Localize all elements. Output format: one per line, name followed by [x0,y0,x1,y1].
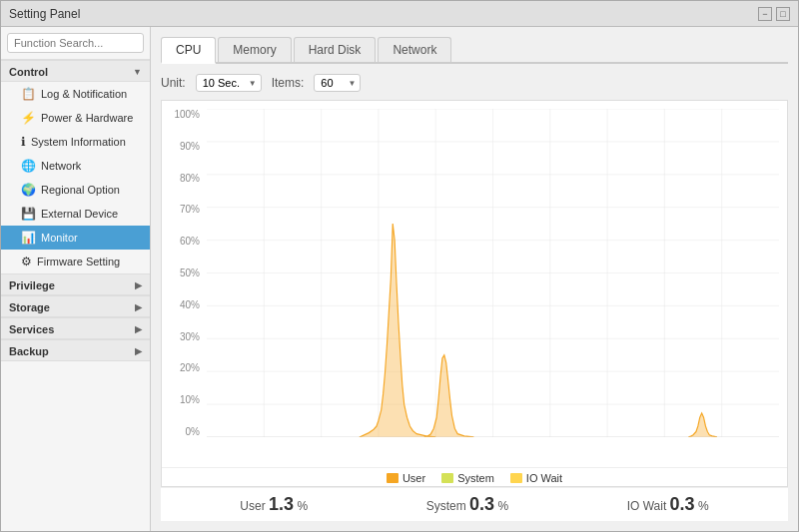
user-stat-label: User [240,499,265,513]
user-stat-value: 1.3 [269,494,294,514]
search-box [1,27,150,60]
tabs-bar: CPUMemoryHard DiskNetwork [161,37,788,64]
legend-io-wait: IO Wait [510,472,562,484]
y-axis-label: 70% [180,204,200,215]
unit-label: Unit: [161,76,186,90]
sidebar-item-external-device[interactable]: 💾External Device [1,202,150,226]
tab-network[interactable]: Network [378,37,451,62]
regional-option-icon: 🌍 [21,183,36,197]
io-wait-stat-label: IO Wait [627,499,667,513]
chart-inner: 100%90%80%70%60%50%40%30%20%10%0% [162,101,787,467]
sidebar-section-privilege[interactable]: Privilege▶ [1,273,150,295]
main-layout: Control▼📋Log & Notification⚡Power & Hard… [1,27,798,531]
minimize-button[interactable]: − [758,7,772,21]
system-stat-label: System [426,499,466,513]
user-stat: User 1.3 % [240,494,308,515]
sidebar-item-system-information[interactable]: ℹSystem Information [1,130,150,154]
legend-color-user [387,473,399,483]
search-input[interactable] [7,33,144,53]
y-axis-label: 50% [180,267,200,278]
maximize-button[interactable]: □ [776,7,790,21]
io-wait-stat-value: 0.3 [670,494,695,514]
io-wait-stat-unit: % [698,499,709,513]
io-wait-stat: IO Wait 0.3 % [627,494,709,515]
legend-label-user: User [402,472,425,484]
items-label: Items: [272,76,305,90]
y-axis-label: 0% [186,426,200,437]
sidebar-section-control[interactable]: Control▼ [1,60,150,82]
sidebar: Control▼📋Log & Notification⚡Power & Hard… [1,27,151,531]
y-axis: 100%90%80%70%60%50%40%30%20%10%0% [162,109,204,437]
external-device-icon: 💾 [21,207,36,221]
system-stat-value: 0.3 [469,494,494,514]
sidebar-item-network[interactable]: 🌐Network [1,154,150,178]
stats-row: User 1.3 % System 0.3 % IO Wait 0.3 % [161,487,788,521]
y-axis-label: 90% [180,141,200,152]
system-information-icon: ℹ [21,135,26,149]
sidebar-section-backup[interactable]: Backup▶ [1,339,150,361]
legend-color-io-wait [510,473,522,483]
y-axis-label: 40% [180,299,200,310]
content-area: CPUMemoryHard DiskNetwork Unit: 5 Sec.10… [151,27,798,531]
sidebar-item-monitor[interactable]: 📊Monitor [1,226,150,250]
y-axis-label: 100% [174,109,200,120]
sidebar-section-storage[interactable]: Storage▶ [1,295,150,317]
tab-cpu[interactable]: CPU [161,37,216,64]
legend-label-io-wait: IO Wait [526,472,562,484]
sidebar-item-regional-option[interactable]: 🌍Regional Option [1,178,150,202]
power-hardware-icon: ⚡ [21,111,36,125]
tab-memory[interactable]: Memory [218,37,291,62]
tab-hard-disk[interactable]: Hard Disk [294,37,377,62]
items-dropdown-wrap: 3060120 [314,74,361,92]
unit-dropdown-wrap: 5 Sec.10 Sec.30 Sec.1 Min. [196,74,262,92]
legend-label-system: System [457,472,494,484]
items-select[interactable]: 3060120 [314,74,361,92]
y-axis-label: 30% [180,331,200,342]
user-stat-unit: % [297,499,308,513]
y-axis-label: 10% [180,394,200,405]
svg-marker-21 [424,355,474,437]
window-controls: − □ [758,7,790,21]
unit-select[interactable]: 5 Sec.10 Sec.30 Sec.1 Min. [196,74,262,92]
controls-row: Unit: 5 Sec.10 Sec.30 Sec.1 Min. Items: … [161,74,788,92]
system-stat: System 0.3 % [426,494,508,515]
chart-legend: UserSystemIO Wait [162,467,787,486]
legend-color-system [441,473,453,483]
network-icon: 🌐 [21,159,36,173]
main-window: Setting Panel − □ Control▼📋Log & Notific… [0,0,799,532]
sidebar-item-log-notification[interactable]: 📋Log & Notification [1,82,150,106]
title-bar: Setting Panel − □ [1,1,798,27]
y-axis-label: 60% [180,236,200,247]
legend-user: User [387,472,425,484]
svg-marker-20 [360,224,435,437]
sidebar-item-power-hardware[interactable]: ⚡Power & Hardware [1,106,150,130]
chart-svg [207,109,779,437]
sidebar-section-services[interactable]: Services▶ [1,317,150,339]
chart-container: 100%90%80%70%60%50%40%30%20%10%0% [161,100,788,487]
y-axis-label: 20% [180,362,200,373]
sidebar-item-firmware-setting[interactable]: ⚙Firmware Setting [1,250,150,273]
window-title: Setting Panel [9,7,80,21]
log-notification-icon: 📋 [21,87,36,101]
monitor-icon: 📊 [21,231,36,245]
sidebar-sections: Control▼📋Log & Notification⚡Power & Hard… [1,60,150,361]
system-stat-unit: % [497,499,508,513]
firmware-setting-icon: ⚙ [21,255,32,268]
legend-system: System [441,472,494,484]
y-axis-label: 80% [180,173,200,184]
